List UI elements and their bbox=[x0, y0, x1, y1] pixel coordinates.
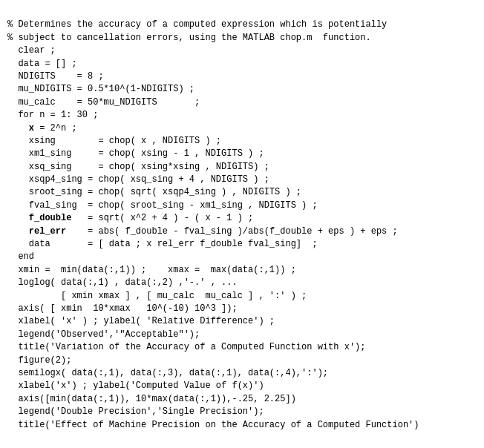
code-line-20: xmin = min(data(:,1)) ; xmax = max(data(… bbox=[7, 265, 296, 275]
code-line-12: xsq_sing = chop( xsing*xsing , NDIGITS) … bbox=[7, 162, 269, 172]
code-line-28: semilogx( data(:,1), data(:,3), data(:,1… bbox=[7, 368, 328, 378]
code-line-13: xsqp4_sing = chop( xsq_sing + 4 , NDIGIT… bbox=[7, 174, 269, 185]
code-line-4: data = [] ; bbox=[7, 59, 77, 69]
code-display: % Determines the accuracy of a computed … bbox=[7, 6, 477, 432]
code-line-22: [ xmin xmax ] , [ mu_calc mu_calc ] , ':… bbox=[7, 291, 307, 301]
code-line-29: xlabel('x') ; ylabel('Computed Value of … bbox=[7, 381, 264, 391]
code-line-5: NDIGITS = 8 ; bbox=[7, 71, 104, 82]
code-line-6: mu_NDIGITS = 0.5*10^(1-NDIGITS) ; bbox=[7, 84, 194, 94]
code-line-15: fval_sing = chop( sroot_sing - xm1_sing … bbox=[7, 200, 318, 211]
code-line-16: f_double = sqrt( x^2 + 4 ) - ( x - 1 ) ; bbox=[7, 213, 253, 223]
code-line-1: % Determines the accuracy of a computed … bbox=[7, 19, 387, 30]
code-line-19: end bbox=[7, 251, 34, 262]
code-line-18: data = [ data ; x rel_err f_double fval_… bbox=[7, 239, 318, 249]
code-line-31: legend('Double Precision','Single Precis… bbox=[7, 406, 264, 417]
code-line-10: xsing = chop( x , NDIGITS ) ; bbox=[7, 136, 221, 146]
code-line-25: legend('Observed','"Acceptable"'); bbox=[7, 329, 200, 340]
code-line-8: for n = 1: 30 ; bbox=[7, 110, 98, 120]
code-line-7: mu_calc = 50*mu_NDIGITS ; bbox=[7, 97, 200, 108]
code-line-32: title('Effect of Machine Precision on th… bbox=[7, 420, 419, 430]
code-line-14: sroot_sing = chop( sqrt( xsqp4_sing ) , … bbox=[7, 187, 301, 197]
code-line-23: axis( [ xmin 10*xmax 10^(-10) 10^3 ]); bbox=[7, 303, 238, 314]
code-line-30: axis([min(data(:,1)), 10*max(data(:,1)),… bbox=[7, 394, 296, 404]
code-line-3: clear ; bbox=[7, 45, 56, 56]
code-line-24: xlabel( 'x' ) ; ylabel( 'Relative Differ… bbox=[7, 316, 275, 326]
code-line-9: x = 2^n ; bbox=[7, 123, 77, 134]
code-line-17: rel_err = abs( f_double - fval_sing )/ab… bbox=[7, 226, 398, 237]
code-line-11: xm1_sing = chop( xsing - 1 , NDIGITS ) ; bbox=[7, 148, 264, 159]
code-line-21: loglog( data(:,1) , data(:,2) ,'-.' , ..… bbox=[7, 277, 238, 288]
code-line-27: figure(2); bbox=[7, 355, 71, 366]
code-line-26: title('Variation of the Accuracy of a Co… bbox=[7, 342, 365, 352]
code-line-2: % subject to cancellation errors, using … bbox=[7, 33, 371, 43]
